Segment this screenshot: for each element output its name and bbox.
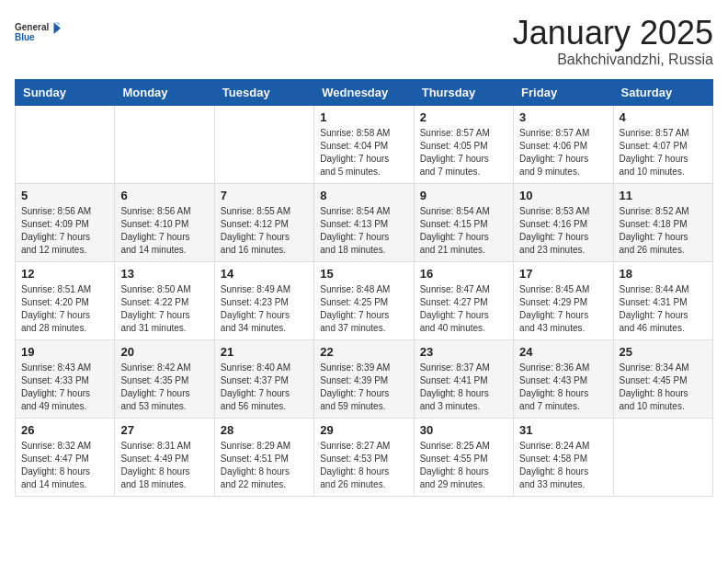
day-number: 13: [120, 267, 208, 281]
day-number: 3: [519, 110, 607, 124]
day-info-line: and 7 minutes.: [519, 401, 580, 411]
day-info-line: Daylight: 7 hours: [420, 154, 489, 164]
day-info: Sunrise: 8:53 AMSunset: 4:16 PMDaylight:…: [519, 205, 607, 257]
calendar-cell: 24Sunrise: 8:36 AMSunset: 4:43 PMDayligh…: [514, 339, 613, 418]
calendar-cell: 1Sunrise: 8:58 AMSunset: 4:04 PMDaylight…: [314, 105, 414, 183]
day-info-line: Sunrise: 8:49 AM: [221, 284, 290, 294]
calendar-cell: 23Sunrise: 8:37 AMSunset: 4:41 PMDayligh…: [414, 339, 513, 418]
day-info: Sunrise: 8:27 AMSunset: 4:53 PMDaylight:…: [320, 440, 407, 491]
day-info-line: and 37 minutes.: [320, 323, 385, 333]
header-friday: Friday: [514, 79, 613, 105]
day-info: Sunrise: 8:49 AMSunset: 4:23 PMDaylight:…: [221, 283, 308, 335]
day-number: 7: [221, 189, 308, 202]
calendar-cell: 14Sunrise: 8:49 AMSunset: 4:23 PMDayligh…: [214, 261, 313, 339]
day-info-line: and 18 minutes.: [320, 245, 385, 255]
day-info: Sunrise: 8:45 AMSunset: 4:29 PMDaylight:…: [519, 283, 607, 335]
day-info-line: and 22 minutes.: [221, 479, 286, 489]
calendar-cell: 22Sunrise: 8:39 AMSunset: 4:39 PMDayligh…: [314, 339, 414, 418]
day-number: 23: [420, 345, 507, 359]
calendar-cell: 15Sunrise: 8:48 AMSunset: 4:25 PMDayligh…: [314, 261, 414, 339]
day-info-line: Daylight: 8 hours: [420, 388, 489, 398]
day-info-line: Sunrise: 8:54 AM: [420, 206, 490, 216]
week-row-3: 12Sunrise: 8:51 AMSunset: 4:20 PMDayligh…: [16, 261, 713, 339]
day-info-line: and 7 minutes.: [420, 167, 481, 177]
day-info-line: Sunrise: 8:57 AM: [620, 128, 689, 138]
day-info-line: Sunset: 4:51 PM: [221, 454, 289, 464]
day-info-line: Daylight: 7 hours: [21, 388, 90, 398]
svg-text:Blue: Blue: [15, 32, 35, 42]
day-info-line: Sunset: 4:15 PM: [420, 219, 488, 229]
calendar-title: January 2025: [513, 15, 713, 52]
logo: General Blue: [15, 15, 61, 52]
day-info-line: Sunset: 4:39 PM: [320, 375, 388, 385]
day-info-line: and 26 minutes.: [320, 479, 385, 489]
calendar-cell: 11Sunrise: 8:52 AMSunset: 4:18 PMDayligh…: [613, 183, 712, 261]
calendar-cell: 27Sunrise: 8:31 AMSunset: 4:49 PMDayligh…: [115, 418, 214, 496]
day-info-line: and 59 minutes.: [320, 401, 385, 411]
day-number: 9: [420, 189, 507, 202]
day-info-line: Daylight: 7 hours: [21, 232, 90, 242]
day-info-line: Daylight: 8 hours: [320, 466, 389, 477]
day-info-line: Daylight: 7 hours: [221, 388, 290, 398]
day-info-line: Daylight: 7 hours: [120, 310, 189, 320]
day-info-line: Daylight: 7 hours: [519, 232, 588, 242]
day-info-line: Sunrise: 8:51 AM: [21, 284, 91, 294]
day-info: Sunrise: 8:58 AMSunset: 4:04 PMDaylight:…: [320, 127, 407, 178]
day-info-line: and 31 minutes.: [120, 323, 186, 333]
day-info-line: and 26 minutes.: [620, 245, 685, 255]
day-info: Sunrise: 8:24 AMSunset: 4:58 PMDaylight:…: [519, 440, 607, 491]
day-info: Sunrise: 8:57 AMSunset: 4:06 PMDaylight:…: [519, 127, 607, 178]
day-info-line: Sunset: 4:12 PM: [221, 219, 289, 229]
day-info: Sunrise: 8:34 AMSunset: 4:45 PMDaylight:…: [620, 362, 707, 413]
day-number: 1: [320, 110, 407, 124]
day-info-line: Daylight: 7 hours: [221, 232, 290, 242]
day-info: Sunrise: 8:43 AMSunset: 4:33 PMDaylight:…: [21, 362, 108, 413]
day-number: 27: [120, 423, 208, 437]
day-number: 15: [320, 267, 407, 281]
calendar-cell: 6Sunrise: 8:56 AMSunset: 4:10 PMDaylight…: [115, 183, 214, 261]
day-info-line: and 10 minutes.: [620, 167, 685, 177]
day-info-line: and 16 minutes.: [221, 245, 286, 255]
day-info-line: and 40 minutes.: [420, 323, 485, 333]
day-info-line: and 9 minutes.: [519, 167, 580, 177]
day-info-line: Sunset: 4:29 PM: [519, 297, 587, 307]
day-info-line: Sunset: 4:22 PM: [120, 297, 188, 307]
calendar-cell: [214, 105, 313, 183]
calendar-cell: 30Sunrise: 8:25 AMSunset: 4:55 PMDayligh…: [414, 418, 513, 496]
day-info-line: Sunrise: 8:48 AM: [320, 284, 390, 294]
day-number: 14: [221, 267, 308, 281]
day-info-line: Sunset: 4:25 PM: [320, 297, 388, 307]
calendar-cell: 25Sunrise: 8:34 AMSunset: 4:45 PMDayligh…: [613, 339, 712, 418]
day-info-line: Sunset: 4:06 PM: [519, 141, 587, 151]
day-info-line: Sunrise: 8:58 AM: [320, 128, 390, 138]
day-info-line: and 43 minutes.: [519, 323, 585, 333]
day-info-line: and 29 minutes.: [420, 479, 485, 489]
day-info-line: Sunrise: 8:34 AM: [620, 362, 689, 373]
day-info-line: Sunrise: 8:57 AM: [519, 128, 589, 138]
day-number: 5: [21, 189, 108, 202]
calendar-cell: [16, 105, 115, 183]
day-info-line: Sunset: 4:55 PM: [420, 454, 488, 464]
day-info-line: Daylight: 8 hours: [519, 466, 588, 477]
day-info-line: Sunset: 4:43 PM: [519, 375, 587, 385]
day-info-line: and 14 minutes.: [21, 479, 86, 489]
day-info-line: Sunrise: 8:27 AM: [320, 441, 390, 451]
calendar-cell: 29Sunrise: 8:27 AMSunset: 4:53 PMDayligh…: [314, 418, 414, 496]
calendar-cell: 20Sunrise: 8:42 AMSunset: 4:35 PMDayligh…: [115, 339, 214, 418]
day-info-line: Sunset: 4:41 PM: [420, 375, 488, 385]
day-info-line: Sunrise: 8:54 AM: [320, 206, 390, 216]
day-info-line: Sunset: 4:09 PM: [21, 219, 89, 229]
calendar-cell: 7Sunrise: 8:55 AMSunset: 4:12 PMDaylight…: [214, 183, 313, 261]
day-info-line: Daylight: 7 hours: [320, 310, 389, 320]
day-info-line: Sunset: 4:07 PM: [620, 141, 688, 151]
day-info: Sunrise: 8:44 AMSunset: 4:31 PMDaylight:…: [620, 283, 707, 335]
day-info-line: Daylight: 7 hours: [320, 154, 389, 164]
day-info-line: and 34 minutes.: [221, 323, 286, 333]
day-info-line: and 33 minutes.: [519, 479, 585, 489]
day-info: Sunrise: 8:55 AMSunset: 4:12 PMDaylight:…: [221, 205, 308, 257]
header-saturday: Saturday: [613, 79, 712, 105]
day-info-line: Sunrise: 8:57 AM: [420, 128, 490, 138]
day-number: 31: [519, 423, 607, 437]
day-info-line: Daylight: 8 hours: [620, 388, 688, 398]
day-number: 12: [21, 267, 108, 281]
